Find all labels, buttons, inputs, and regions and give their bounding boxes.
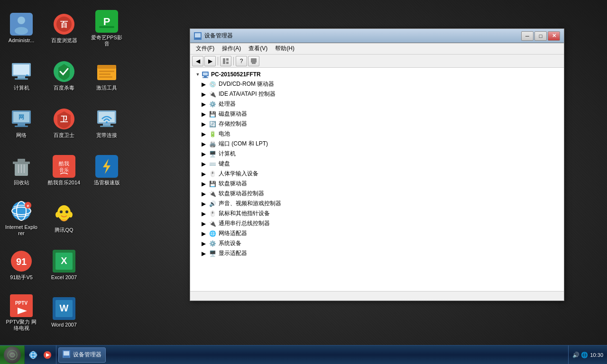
tree-item-arrow-3: ▶ [202, 111, 209, 118]
svg-rect-64 [195, 38, 200, 39]
icon-recycle[interactable]: 回收站 [2, 147, 40, 194]
tree-item-label-13: 鼠标和其他指针设备 [219, 209, 270, 218]
taskbar-items: 设备管理器 [56, 347, 568, 363]
tree-item-8[interactable]: ▶ ⌨️ 键盘 [192, 159, 562, 169]
svg-rect-72 [204, 76, 207, 77]
tree-item-arrow-0: ▶ [202, 81, 209, 88]
tree-item-arrow-15: ▶ [202, 230, 209, 237]
tree-item-16[interactable]: ▶ ⚙️ 系统设备 [192, 238, 562, 248]
window-content[interactable]: ▼ PC-20150521FFTR ▶ 💿 DVD/CD-ROM 驱动器 ▶ 🔌… [190, 68, 564, 291]
icon-baidu-antivirus[interactable]: 百度杀毒 [45, 52, 83, 100]
tree-item-3[interactable]: ▶ 💾 磁盘驱动器 [192, 109, 562, 119]
toolbar-sep-2 [233, 57, 234, 65]
tree-item-0[interactable]: ▶ 💿 DVD/CD-ROM 驱动器 [192, 79, 562, 89]
menu-file[interactable]: 文件(F) [192, 44, 218, 54]
minimize-button[interactable]: ─ [521, 31, 533, 41]
icon-baidu-guard[interactable]: 卫 百度卫士 [45, 100, 83, 147]
icon-baidu-browser-label: 百度浏览器 [51, 37, 77, 44]
tree-item-icon-7: 🖥️ [209, 151, 217, 157]
svg-rect-65 [223, 58, 225, 64]
tree-item-6[interactable]: ▶ 🖨️ 端口 (COM 和 LPT) [192, 139, 562, 149]
svg-rect-19 [99, 76, 112, 78]
icon-computer[interactable]: 计算机 [2, 52, 40, 100]
icon-thunder[interactable]: 迅雷极速版 [88, 147, 126, 194]
close-button[interactable]: ✕ [548, 31, 560, 41]
tree-item-icon-16: ⚙️ [209, 240, 217, 247]
tree-item-icon-14: 🔌 [209, 220, 217, 227]
tree-item-15[interactable]: ▶ 🌐 网络适配器 [192, 228, 562, 238]
tree-item-10[interactable]: ▶ 💾 软盘驱动器 [192, 179, 562, 189]
tree-item-17[interactable]: ▶ 🖥️ 显示适配器 [192, 248, 562, 258]
tree-item-icon-9: 🖱️ [209, 171, 217, 177]
tree-item-1[interactable]: ▶ 🔌 IDE ATA/ATAPI 控制器 [192, 89, 562, 99]
menu-action[interactable]: 操作(A) [218, 44, 245, 54]
toolbar-back[interactable]: ◀ [192, 56, 203, 66]
svg-point-75 [9, 352, 15, 358]
icon-baidu-guard-label: 百度卫士 [54, 132, 74, 138]
icon-network[interactable]: 网 网络 [2, 100, 40, 147]
svg-text:卫: 卫 [60, 115, 68, 123]
toolbar-forward[interactable]: ▶ [204, 56, 216, 66]
icon-pptv-label: PPTV聚力 网络电视 [5, 319, 38, 331]
tree-item-2[interactable]: ▶ ⚙️ 处理器 [192, 99, 562, 109]
tree-item-9[interactable]: ▶ 🖱️ 人体学输入设备 [192, 169, 562, 179]
svg-point-2 [15, 27, 28, 35]
svg-rect-73 [202, 77, 208, 78]
tree-item-icon-5: 🔋 [209, 131, 217, 137]
tree-item-icon-13: 🖱️ [209, 210, 217, 217]
icon-activate[interactable]: 激活工具 [88, 52, 126, 100]
tree-item-arrow-16: ▶ [202, 240, 209, 247]
svg-rect-10 [13, 64, 29, 75]
taskbar-item-device-mgr[interactable]: 设备管理器 [58, 347, 106, 363]
tree-item-icon-12: 🔊 [209, 200, 217, 207]
tree-item-4[interactable]: ▶ 🔄 存储控制器 [192, 119, 562, 129]
tree-item-5[interactable]: ▶ 🔋 电池 [192, 129, 562, 139]
icon-baidu-browser[interactable]: 百 百度浏览器 [45, 5, 83, 52]
restore-button[interactable]: □ [534, 31, 547, 41]
tree-item-12[interactable]: ▶ 🔊 声音、视频和游戏控制器 [192, 199, 562, 209]
icon-qq[interactable]: 腾讯QQ [45, 194, 83, 242]
start-button[interactable] [0, 346, 25, 364]
icon-music[interactable]: 酷我 音乐 酷我音乐2014 [45, 147, 83, 194]
svg-text:网: 网 [18, 114, 24, 120]
tree-item-label-16: 系统设备 [219, 239, 241, 247]
tree-item-label-10: 软盘驱动器 [219, 180, 247, 188]
svg-rect-16 [97, 65, 116, 69]
icon-admin[interactable]: Administr... [2, 5, 40, 52]
icon-broadband-label: 宽带连接 [96, 132, 117, 138]
toolbar-properties[interactable] [248, 56, 259, 66]
tree-root[interactable]: ▼ PC-20150521FFTR [192, 70, 562, 79]
tree-item-14[interactable]: ▶ 🔌 通用串行总线控制器 [192, 218, 562, 228]
icon-pps-label: 爱奇艺PPS影音 [90, 35, 123, 47]
tree-item-icon-10: 💾 [209, 181, 217, 187]
tree-item-13[interactable]: ▶ 🖱️ 鼠标和其他指针设备 [192, 209, 562, 218]
tree-item-11[interactable]: ▶ 🔌 软盘驱动器控制器 [192, 189, 562, 199]
tree-item-label-8: 键盘 [219, 160, 230, 168]
menu-help[interactable]: 帮助(H) [271, 44, 298, 54]
tree-item-7[interactable]: ▶ 🖥️ 计算机 [192, 149, 562, 159]
icon-ie[interactable]: e Internet Explorer [2, 194, 40, 242]
tree-item-arrow-17: ▶ [202, 250, 209, 257]
desktop: Administr... 百 百度浏览器 P 爱奇艺PPS影音 [0, 0, 185, 341]
icon-91[interactable]: 91 91助手V5 [2, 242, 40, 289]
tree-root-arrow[interactable]: ▼ [194, 71, 202, 78]
svg-point-76 [29, 351, 37, 359]
icon-excel[interactable]: X Excel 2007 [45, 242, 83, 289]
icon-network-label: 网络 [16, 132, 27, 138]
icon-word[interactable]: W Word 2007 [45, 289, 83, 337]
toolbar-show-tree[interactable] [220, 56, 231, 66]
icon-broadband[interactable]: 宽带连接 [88, 100, 126, 147]
icon-pps[interactable]: P 爱奇艺PPS影音 [88, 5, 126, 52]
icon-pptv[interactable]: PPTV PPTV聚力 网络电视 [2, 289, 40, 337]
svg-rect-34 [18, 159, 25, 162]
tree-item-arrow-7: ▶ [202, 151, 209, 157]
tree-item-arrow-6: ▶ [202, 141, 209, 147]
menu-view[interactable]: 查看(V) [245, 44, 271, 54]
quick-ie[interactable] [27, 348, 40, 362]
icon-excel-label: Excel 2007 [51, 274, 77, 281]
toolbar-help[interactable]: ? [236, 56, 247, 66]
svg-rect-31 [100, 126, 113, 127]
svg-rect-66 [226, 58, 229, 61]
svg-rect-84 [64, 356, 69, 357]
quick-media[interactable] [41, 348, 54, 362]
